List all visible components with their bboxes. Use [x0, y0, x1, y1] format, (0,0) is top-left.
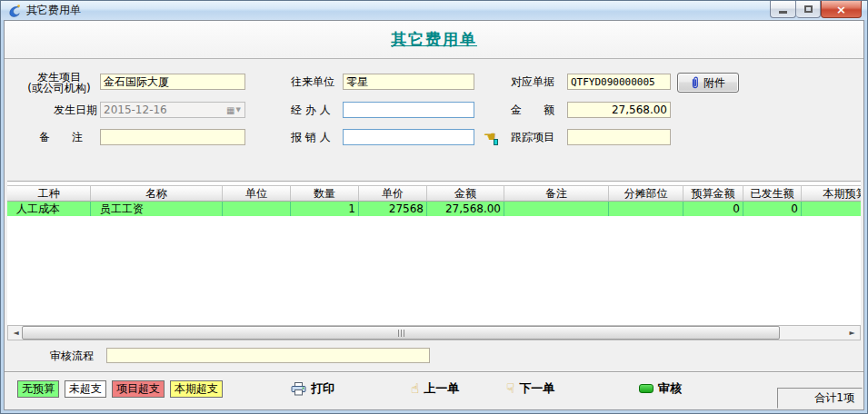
table-header-row: 工种 名称 单位 数量 单价 金额 备注 分摊部位 预算金额 已发生额 本期预算… — [7, 185, 861, 202]
legend-period-over: 本期超支 — [170, 380, 223, 398]
col-header-remark[interactable]: 备注 — [504, 185, 609, 202]
handler-label: 经 办 人 — [291, 102, 331, 118]
remark-label: 备 注 — [39, 129, 83, 145]
scrollbar-thumb[interactable] — [22, 326, 780, 340]
window-controls: × — [770, 1, 862, 18]
horizontal-scrollbar[interactable]: ◄ ► — [7, 325, 861, 340]
col-header-name[interactable]: 名称 — [91, 185, 223, 202]
cell-period-budget — [802, 202, 861, 216]
tracking-label: 跟踪项目 — [511, 129, 554, 145]
col-header-period-budget[interactable]: 本期预算金额 — [802, 185, 861, 202]
col-header-budget[interactable]: 预算金额 — [683, 185, 743, 202]
scroll-right-arrow-icon[interactable]: ► — [844, 326, 860, 340]
col-header-incurred[interactable]: 已发生额 — [743, 185, 802, 202]
date-picker[interactable]: 2015-12-16 ▦ ▼ — [100, 102, 245, 118]
col-header-unit[interactable]: 单位 — [223, 185, 291, 202]
minimize-button[interactable] — [770, 1, 796, 18]
calendar-dropdown-button[interactable]: ▦ ▼ — [223, 103, 244, 117]
table-row[interactable]: 人工成本 员工工资 1 27568 27,568.00 0 0 — [7, 202, 861, 216]
window-body: 其它费用单 发生项目 (或公司机构) 往来单位 对应单据 附件 发生日期 201… — [4, 20, 864, 410]
previous-button-label: 上一单 — [424, 380, 459, 397]
col-header-allocation[interactable]: 分摊部位 — [609, 185, 683, 202]
col-header-worktype[interactable]: 工种 — [7, 185, 91, 202]
amount-input[interactable] — [567, 102, 671, 118]
hand-down-icon: ☟ — [506, 380, 514, 397]
cell-unitprice: 27568 — [359, 202, 427, 216]
col-header-amount[interactable]: 金额 — [427, 185, 504, 202]
legend-no-budget: 无预算 — [17, 380, 59, 398]
minimize-icon — [779, 11, 787, 14]
title-bar[interactable]: 其它费用单 × — [1, 1, 867, 20]
chevron-down-icon: ▼ — [236, 106, 241, 113]
close-button[interactable]: × — [821, 1, 862, 18]
audit-chip-icon — [639, 384, 653, 393]
amount-label: 金 额 — [511, 102, 554, 118]
print-button-label: 打印 — [311, 380, 334, 397]
form-header: 其它费用单 — [5, 21, 863, 59]
printer-icon — [291, 382, 306, 396]
maximize-icon — [804, 5, 813, 13]
expense-items-table: 工种 名称 单位 数量 单价 金额 备注 分摊部位 预算金额 已发生额 本期预算… — [7, 181, 861, 325]
audit-button-label: 审核 — [658, 380, 682, 397]
col-header-unitprice[interactable]: 单价 — [359, 185, 427, 202]
legend-within-budget: 未超支 — [65, 380, 106, 398]
document-input[interactable] — [567, 74, 671, 90]
tracking-input[interactable] — [567, 129, 671, 145]
attachment-button[interactable]: 附件 — [677, 73, 739, 93]
status-legend: 无预算 未超支 项目超支 本期超支 — [17, 380, 223, 398]
close-icon: × — [836, 3, 846, 16]
next-button-label: 下一单 — [519, 380, 554, 397]
total-count-status: 合计1项 — [777, 388, 863, 409]
col-header-quantity[interactable]: 数量 — [291, 185, 359, 202]
hand-icon-accent — [494, 139, 498, 145]
window-title: 其它费用单 — [26, 3, 81, 18]
date-label: 发生日期 — [54, 102, 97, 118]
remark-input[interactable] — [100, 129, 245, 145]
audit-button[interactable]: 审核 — [639, 380, 682, 398]
cell-allocation — [609, 202, 683, 216]
reimburser-input[interactable] — [343, 129, 474, 145]
next-record-button[interactable]: ☟ 下一单 — [506, 380, 554, 398]
counterparty-input[interactable] — [343, 74, 474, 90]
cell-budget: 0 — [683, 202, 743, 216]
counterparty-label: 往来单位 — [291, 74, 334, 90]
date-value: 2015-12-16 — [101, 104, 223, 116]
maximize-button[interactable] — [796, 1, 821, 18]
review-flow-label: 审核流程 — [50, 349, 94, 364]
hand-up-icon: ☝ — [411, 380, 419, 397]
handler-input[interactable] — [343, 102, 474, 118]
previous-record-button[interactable]: ☝ 上一单 — [411, 380, 459, 398]
review-flow-input[interactable] — [106, 348, 430, 363]
cell-remark — [504, 202, 609, 216]
expense-form-window: 其它费用单 × 其它费用单 发生项目 (或公司机构) 往来单位 对应单据 附件 — [0, 0, 868, 414]
app-icon — [7, 4, 22, 18]
cell-incurred: 0 — [743, 202, 802, 216]
calendar-icon: ▦ — [226, 105, 234, 115]
cell-amount: 27,568.00 — [427, 202, 504, 216]
page-title: 其它费用单 — [391, 29, 477, 50]
select-person-icon[interactable]: ☚ — [481, 129, 499, 147]
project-input[interactable] — [100, 74, 245, 90]
cell-name: 员工工资 — [91, 202, 223, 216]
cell-worktype: 人工成本 — [7, 202, 91, 216]
reimburser-label: 报 销 人 — [291, 129, 331, 145]
attachment-button-label: 附件 — [703, 75, 725, 91]
project-label: 发生项目 (或公司机构) — [17, 72, 101, 94]
document-label: 对应单据 — [511, 74, 554, 90]
legend-project-over: 项目超支 — [112, 380, 165, 398]
cell-unit — [223, 202, 291, 216]
footer-divider — [5, 371, 863, 373]
paperclip-icon — [691, 76, 700, 89]
scrollbar-grip-icon — [401, 330, 402, 337]
print-button[interactable]: 打印 — [291, 380, 334, 398]
cell-quantity: 1 — [291, 202, 359, 216]
